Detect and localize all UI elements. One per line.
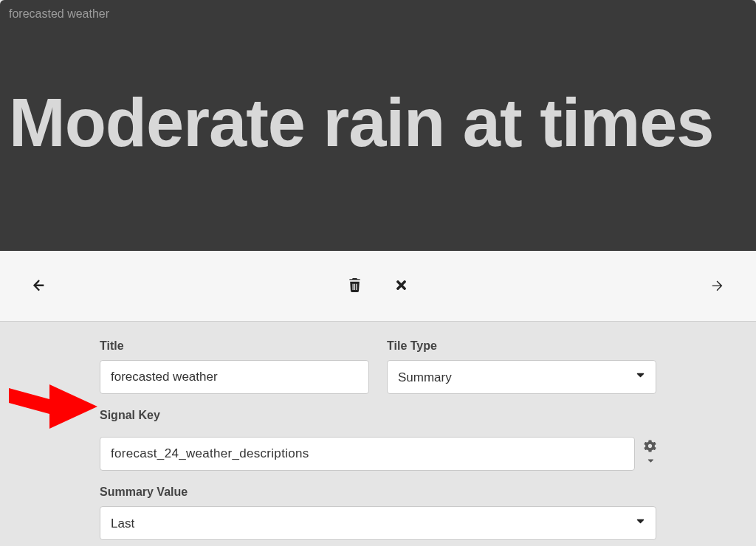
tile-preview: forecasted weather Moderate rain at time… [0,0,756,251]
summary-value-field: Summary Value Last [100,485,656,540]
summary-value-label: Summary Value [100,485,656,499]
title-input[interactable] [100,360,369,394]
arrow-right-icon [710,277,726,295]
trash-icon [348,278,362,294]
tile-type-label: Tile Type [387,339,656,353]
close-icon [394,278,408,294]
signal-key-label: Signal Key [100,409,656,422]
tile-type-field: Tile Type Summary [387,339,656,394]
signal-key-settings-button[interactable] [644,440,656,469]
tile-toolbar [0,251,756,322]
tile-type-select[interactable]: Summary [387,360,656,394]
caret-down-icon [646,455,655,469]
signal-key-field: Signal Key [100,409,656,429]
gear-icon [644,440,656,455]
close-button[interactable] [388,272,414,300]
tile-value: Moderate rain at times [9,87,747,159]
title-field: Title [100,339,369,394]
tile-settings-form: Title Tile Type Summary Signal Key [0,322,756,546]
title-label: Title [100,339,369,353]
delete-button[interactable] [342,272,368,300]
pointer-arrow-icon [9,381,97,432]
summary-value-select[interactable]: Last [100,506,656,540]
arrow-left-icon [30,277,46,295]
next-button[interactable] [704,271,732,301]
tile-subtitle: forecasted weather [9,7,747,21]
signal-key-input[interactable] [100,437,635,471]
prev-button[interactable] [24,271,52,301]
svg-marker-0 [9,384,97,429]
